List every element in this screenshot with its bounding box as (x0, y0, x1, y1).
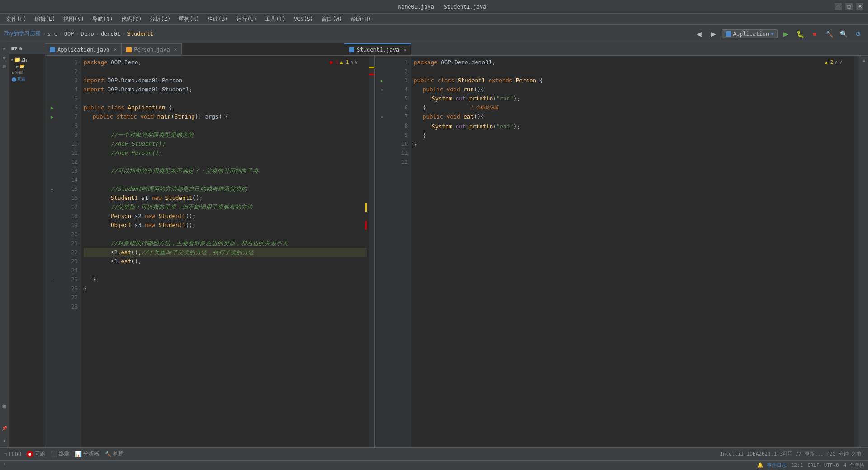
status-right: 🔔 事件日志 12:1 CRLF UTF-8 4 个空格 (757, 462, 864, 469)
run-gutter-right-3[interactable]: ▶ (381, 78, 384, 84)
status-indent[interactable]: 4 个空格 (844, 462, 864, 469)
breadcrumb-root[interactable]: Zhy的学习历程 (4, 30, 41, 38)
left-code-content[interactable]: ● 1 ▲ 1 ∧ ∨ package OOP.Demo; import OOP… (81, 56, 369, 447)
settings-button[interactable]: ⚙ (852, 28, 864, 40)
run-button[interactable]: ▶ (779, 28, 792, 40)
tab-person-java[interactable]: Person.java × (122, 43, 182, 55)
r-code-line-12 (414, 158, 851, 167)
r-code-line-2 (414, 67, 851, 76)
r-code-line-11 (414, 149, 851, 158)
panel-title: ≡▼ (11, 46, 17, 52)
sidebar-structure-icon[interactable]: 结构 (1, 398, 8, 405)
build-button[interactable]: 🔨 (823, 28, 835, 40)
sidebar-icon-2[interactable]: ⊕ (1, 54, 8, 61)
gutter-10 (45, 139, 59, 148)
status-encoding[interactable]: UTF-8 (824, 462, 839, 468)
stop-button[interactable]: ■ (808, 28, 821, 40)
right-gutter-area: ▶ ◇ ◇ (375, 56, 389, 447)
editor-area: Application.java × Person.java × Student… (45, 43, 868, 447)
menu-edit[interactable]: 编辑(E) (31, 14, 59, 24)
run-config-selector[interactable]: Application ▼ (722, 29, 778, 38)
menu-run[interactable]: 运行(U) (233, 14, 261, 24)
tree-item-external[interactable]: ▶ 外部 (10, 69, 44, 76)
breadcrumb-demo[interactable]: Demo (81, 31, 94, 37)
left-code-panel: ▶ ▶ ◇ (45, 56, 375, 447)
menu-file[interactable]: 文件(F) (2, 14, 30, 24)
debug-button[interactable]: 🐛 (794, 28, 807, 40)
tool-problems[interactable]: ● 问题 (27, 450, 45, 458)
gutter-28 (45, 302, 59, 311)
code-line-10: //new Student(); (84, 139, 367, 148)
sidebar-icon-bottom[interactable]: 📌 (1, 424, 8, 432)
menu-tools[interactable]: 工具(T) (261, 14, 289, 24)
breadcrumb-src[interactable]: src (47, 31, 57, 37)
fold-icon[interactable]: - (51, 277, 53, 282)
forward-button[interactable]: ▶ (707, 28, 720, 40)
minimize-button[interactable]: ─ (835, 3, 842, 10)
code-line-18: → Person s2=new Student1(); (84, 212, 367, 221)
tool-todo[interactable]: ☑ TODO (4, 451, 21, 457)
right-line-numbers: 1 2 3 4 5 6 7 8 9 10 11 12 (389, 56, 411, 447)
tab-student1-java[interactable]: Student1.java × (344, 43, 411, 55)
maximize-button[interactable]: □ (845, 3, 853, 10)
code-line-4: import OOP.Demo.demo01.Student1; (84, 85, 367, 94)
left-scroll-gutter[interactable] (369, 56, 374, 447)
red-indicator-19 (365, 221, 367, 230)
gutter-14 (45, 176, 59, 185)
tree-item-root[interactable]: ▼ 📁 Zh (10, 56, 44, 63)
sidebar-favorites-icon[interactable]: ★ (1, 437, 8, 444)
tool-build[interactable]: 🔨 构建 (105, 450, 124, 458)
tool-terminal[interactable]: ⬛ 终端 (51, 450, 70, 458)
menu-help[interactable]: 帮助(H) (347, 14, 375, 24)
right-panel-icon-1[interactable]: ≡ (862, 58, 865, 63)
run-gutter-icon-7[interactable]: ▶ (51, 114, 54, 120)
main-layout: ≡ ⊕ ▤ 结构 📌 ★ ≡▼ ⊕ ▼ 📁 Zh ▶ 📂 ▶ 外部 (0, 43, 868, 447)
menu-bar: 文件(F) 编辑(E) 视图(V) 导航(N) 代码(C) 分析(Z) 重构(R… (0, 14, 868, 25)
tool-profiler[interactable]: 📊 分析器 (75, 450, 99, 458)
r-code-line-4: public void run(){ (414, 85, 851, 94)
menu-code[interactable]: 代码(C) (118, 14, 146, 24)
status-event-log[interactable]: 🔔 事件日志 (757, 462, 787, 469)
project-panel: ≡▼ ⊕ ▼ 📁 Zh ▶ 📂 ▶ 外部 草稿 (9, 43, 45, 447)
gutter-4 (45, 85, 59, 94)
status-position[interactable]: 12:1 (791, 462, 803, 468)
menu-view[interactable]: 视图(V) (60, 14, 88, 24)
breadcrumb-demo01[interactable]: demo01 (101, 31, 120, 37)
sidebar-project-icon[interactable]: ≡ (1, 45, 8, 52)
close-button[interactable]: ✕ (856, 3, 863, 10)
tab-bar: Application.java × Person.java × Student… (45, 43, 868, 56)
code-line-25: } (84, 275, 367, 284)
breadcrumb-oop[interactable]: OOP (64, 31, 74, 37)
r-code-line-7: public void eat(){ 1 个相关问题 (414, 112, 851, 121)
gutter-27 (45, 293, 59, 302)
gutter-3 (45, 76, 59, 85)
run-config-label: Application (733, 31, 769, 37)
code-line-6: public class Application { (84, 103, 367, 112)
tab-application-java[interactable]: Application.java × (45, 43, 122, 55)
menu-analyze[interactable]: 分析(Z) (146, 14, 174, 24)
sidebar-icon-3[interactable]: ▤ (1, 62, 8, 70)
back-button[interactable]: ◀ (693, 28, 705, 40)
tree-item-src[interactable]: ▶ 📂 (10, 63, 44, 69)
left-sidebar: ≡ ⊕ ▤ 结构 📌 ★ (0, 43, 9, 447)
breadcrumb-student1[interactable]: Student1 (127, 31, 154, 37)
right-code-panel: ▶ ◇ ◇ 1 (375, 56, 859, 447)
tab-close-application[interactable]: × (114, 47, 117, 52)
menu-build[interactable]: 构建(B) (204, 14, 232, 24)
menu-vcs[interactable]: VCS(S) (290, 15, 317, 23)
status-line-ending[interactable]: CRLF (807, 462, 820, 468)
menu-window[interactable]: 窗口(W) (318, 14, 346, 24)
project-root-label: Zh (21, 57, 27, 63)
right-code-content[interactable]: ▲ 2 ∧ ∨ package OOP.Demo.demo01; public … (411, 56, 854, 447)
tab-close-person[interactable]: × (174, 47, 177, 52)
gutter-20 (45, 230, 59, 239)
menu-refactor[interactable]: 重构(R) (175, 14, 203, 24)
tab-close-student1[interactable]: × (403, 47, 406, 53)
run-gutter-icon[interactable]: ▶ (51, 105, 54, 111)
code-line-26: } (84, 284, 367, 293)
right-scroll-gutter[interactable] (854, 56, 859, 447)
tree-item-scratch[interactable]: 草稿 (10, 76, 44, 83)
search-button[interactable]: 🔍 (837, 28, 850, 40)
code-line-17: //父类型：可以指向子类，但不能调用子类独有的方法 (84, 203, 367, 212)
menu-navigate[interactable]: 导航(N) (89, 14, 117, 24)
